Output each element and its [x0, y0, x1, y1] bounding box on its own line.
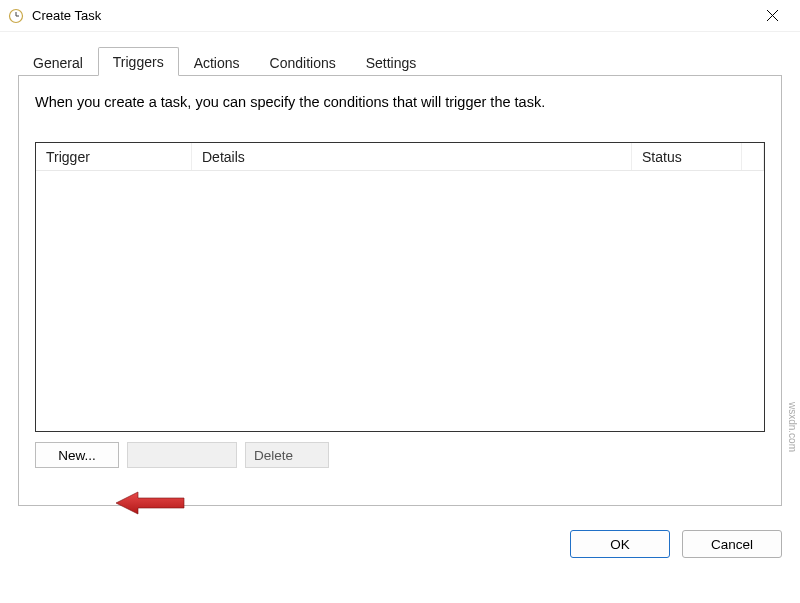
triggers-grid[interactable]: Trigger Details Status: [35, 142, 765, 432]
tab-panel-triggers: When you create a task, you can specify …: [18, 76, 782, 506]
tab-conditions[interactable]: Conditions: [255, 48, 351, 76]
watermark: wsxdn.com: [787, 402, 798, 452]
grid-body[interactable]: [36, 171, 764, 431]
edit-button[interactable]: Edit...: [127, 442, 237, 468]
cancel-button[interactable]: Cancel: [682, 530, 782, 558]
tab-general[interactable]: General: [18, 48, 98, 76]
dialog-footer: OK Cancel: [0, 516, 800, 558]
close-icon[interactable]: [752, 0, 792, 32]
clock-icon: [8, 8, 24, 24]
column-status[interactable]: Status: [632, 143, 742, 170]
grid-action-row: New... Edit... Delete: [35, 442, 765, 468]
ok-button[interactable]: OK: [570, 530, 670, 558]
window-title: Create Task: [32, 8, 752, 23]
delete-button[interactable]: Delete: [245, 442, 329, 468]
column-details[interactable]: Details: [192, 143, 632, 170]
titlebar: Create Task: [0, 0, 800, 32]
tab-actions[interactable]: Actions: [179, 48, 255, 76]
grid-header: Trigger Details Status: [36, 143, 764, 171]
dialog-body: General Triggers Actions Conditions Sett…: [0, 32, 800, 516]
panel-description: When you create a task, you can specify …: [35, 94, 765, 110]
column-trigger[interactable]: Trigger: [36, 143, 192, 170]
column-padding: [742, 143, 764, 170]
tab-strip: General Triggers Actions Conditions Sett…: [18, 46, 782, 76]
new-button[interactable]: New...: [35, 442, 119, 468]
tab-triggers[interactable]: Triggers: [98, 47, 179, 76]
tab-settings[interactable]: Settings: [351, 48, 432, 76]
delete-label: Delete: [254, 448, 293, 463]
